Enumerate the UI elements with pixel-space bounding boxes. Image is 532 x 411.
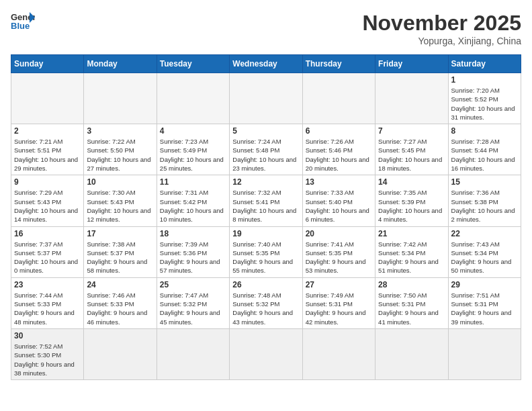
- calendar-week: 23Sunrise: 7:44 AMSunset: 5:33 PMDayligh…: [11, 277, 521, 328]
- day-30: 30Sunrise: 7:52 AMSunset: 5:30 PMDayligh…: [11, 328, 84, 379]
- empty-cell: [84, 73, 157, 124]
- day-info-12: Sunrise: 7:32 AMSunset: 5:41 PMDaylight:…: [232, 188, 299, 224]
- title-block: November 2025 Yopurga, Xinjiang, China: [362, 11, 521, 46]
- day-16: 16Sunrise: 7:37 AMSunset: 5:37 PMDayligh…: [11, 226, 84, 277]
- empty-cell: [230, 328, 302, 379]
- day-number-30: 30: [14, 331, 81, 340]
- day-info-30: Sunrise: 7:52 AMSunset: 5:30 PMDaylight:…: [14, 342, 81, 377]
- day-number-23: 23: [14, 280, 81, 289]
- day-29: 29Sunrise: 7:51 AMSunset: 5:31 PMDayligh…: [448, 277, 521, 328]
- logo: General Blue: [11, 11, 35, 31]
- day-info-4: Sunrise: 7:23 AMSunset: 5:49 PMDaylight:…: [160, 137, 226, 173]
- day-number-1: 1: [451, 75, 518, 85]
- calendar-week: 9Sunrise: 7:29 AMSunset: 5:43 PMDaylight…: [11, 175, 521, 226]
- day-info-22: Sunrise: 7:43 AMSunset: 5:34 PMDaylight:…: [451, 240, 518, 275]
- day-number-20: 20: [306, 229, 372, 238]
- day-6: 6Sunrise: 7:26 AMSunset: 5:46 PMDaylight…: [302, 124, 375, 175]
- day-info-7: Sunrise: 7:27 AMSunset: 5:45 PMDaylight:…: [378, 137, 445, 173]
- day-number-13: 13: [306, 177, 372, 187]
- empty-cell: [448, 328, 521, 379]
- day-22: 22Sunrise: 7:43 AMSunset: 5:34 PMDayligh…: [448, 226, 521, 277]
- calendar-week: 16Sunrise: 7:37 AMSunset: 5:37 PMDayligh…: [11, 226, 521, 277]
- empty-cell: [230, 73, 302, 124]
- day-number-26: 26: [232, 280, 299, 289]
- empty-cell: [375, 73, 448, 124]
- day-number-16: 16: [14, 229, 81, 238]
- day-number-6: 6: [306, 126, 372, 136]
- day-number-15: 15: [451, 177, 518, 187]
- day-20: 20Sunrise: 7:41 AMSunset: 5:35 PMDayligh…: [302, 226, 375, 277]
- day-number-21: 21: [378, 229, 445, 238]
- day-number-24: 24: [87, 280, 153, 289]
- day-info-25: Sunrise: 7:47 AMSunset: 5:32 PMDaylight:…: [160, 291, 226, 326]
- empty-cell: [157, 73, 229, 124]
- day-11: 11Sunrise: 7:31 AMSunset: 5:42 PMDayligh…: [157, 175, 229, 226]
- col-wednesday: Wednesday: [230, 55, 302, 73]
- day-info-5: Sunrise: 7:24 AMSunset: 5:48 PMDaylight:…: [232, 137, 299, 173]
- day-info-6: Sunrise: 7:26 AMSunset: 5:46 PMDaylight:…: [306, 137, 372, 173]
- day-number-5: 5: [232, 126, 299, 136]
- day-number-14: 14: [378, 177, 445, 187]
- day-9: 9Sunrise: 7:29 AMSunset: 5:43 PMDaylight…: [11, 175, 84, 226]
- day-number-18: 18: [160, 229, 226, 238]
- day-info-14: Sunrise: 7:35 AMSunset: 5:39 PMDaylight:…: [378, 188, 445, 224]
- day-25: 25Sunrise: 7:47 AMSunset: 5:32 PMDayligh…: [157, 277, 229, 328]
- day-number-12: 12: [232, 177, 299, 187]
- day-number-3: 3: [87, 126, 153, 136]
- calendar-table: Sunday Monday Tuesday Wednesday Thursday…: [11, 54, 521, 380]
- day-number-2: 2: [14, 126, 81, 136]
- day-7: 7Sunrise: 7:27 AMSunset: 5:45 PMDaylight…: [375, 124, 448, 175]
- month-title: November 2025: [362, 11, 521, 36]
- day-info-9: Sunrise: 7:29 AMSunset: 5:43 PMDaylight:…: [14, 188, 81, 224]
- col-tuesday: Tuesday: [157, 55, 229, 73]
- empty-cell: [302, 328, 375, 379]
- day-number-17: 17: [87, 229, 153, 238]
- empty-cell: [84, 328, 157, 379]
- day-info-18: Sunrise: 7:39 AMSunset: 5:36 PMDaylight:…: [160, 240, 226, 275]
- day-8: 8Sunrise: 7:28 AMSunset: 5:44 PMDaylight…: [448, 124, 521, 175]
- day-12: 12Sunrise: 7:32 AMSunset: 5:41 PMDayligh…: [230, 175, 302, 226]
- day-27: 27Sunrise: 7:49 AMSunset: 5:31 PMDayligh…: [302, 277, 375, 328]
- day-number-10: 10: [87, 177, 153, 187]
- day-24: 24Sunrise: 7:46 AMSunset: 5:33 PMDayligh…: [84, 277, 157, 328]
- day-number-29: 29: [451, 280, 518, 289]
- col-friday: Friday: [375, 55, 448, 73]
- page-header: General Blue November 2025 Yopurga, Xinj…: [11, 11, 521, 46]
- svg-text:Blue: Blue: [11, 21, 30, 31]
- empty-cell: [375, 328, 448, 379]
- day-info-11: Sunrise: 7:31 AMSunset: 5:42 PMDaylight:…: [160, 188, 226, 224]
- day-14: 14Sunrise: 7:35 AMSunset: 5:39 PMDayligh…: [375, 175, 448, 226]
- day-21: 21Sunrise: 7:42 AMSunset: 5:34 PMDayligh…: [375, 226, 448, 277]
- day-number-28: 28: [378, 280, 445, 289]
- day-info-28: Sunrise: 7:50 AMSunset: 5:31 PMDaylight:…: [378, 291, 445, 326]
- day-info-27: Sunrise: 7:49 AMSunset: 5:31 PMDaylight:…: [306, 291, 372, 326]
- day-info-20: Sunrise: 7:41 AMSunset: 5:35 PMDaylight:…: [306, 240, 372, 275]
- day-info-24: Sunrise: 7:46 AMSunset: 5:33 PMDaylight:…: [87, 291, 153, 326]
- empty-cell: [302, 73, 375, 124]
- day-1: 1Sunrise: 7:20 AMSunset: 5:52 PMDaylight…: [448, 73, 521, 124]
- day-info-17: Sunrise: 7:38 AMSunset: 5:37 PMDaylight:…: [87, 240, 153, 275]
- day-info-2: Sunrise: 7:21 AMSunset: 5:51 PMDaylight:…: [14, 137, 81, 173]
- day-info-8: Sunrise: 7:28 AMSunset: 5:44 PMDaylight:…: [451, 137, 518, 173]
- day-number-11: 11: [160, 177, 226, 187]
- day-18: 18Sunrise: 7:39 AMSunset: 5:36 PMDayligh…: [157, 226, 229, 277]
- day-28: 28Sunrise: 7:50 AMSunset: 5:31 PMDayligh…: [375, 277, 448, 328]
- day-info-26: Sunrise: 7:48 AMSunset: 5:32 PMDaylight:…: [232, 291, 299, 326]
- day-number-27: 27: [306, 280, 372, 289]
- day-info-1: Sunrise: 7:20 AMSunset: 5:52 PMDaylight:…: [451, 86, 518, 122]
- day-17: 17Sunrise: 7:38 AMSunset: 5:37 PMDayligh…: [84, 226, 157, 277]
- day-number-25: 25: [160, 280, 226, 289]
- logo-icon: General Blue: [11, 11, 35, 31]
- calendar-week: 30Sunrise: 7:52 AMSunset: 5:30 PMDayligh…: [11, 328, 521, 379]
- empty-cell: [11, 73, 84, 124]
- calendar-week-1: 1Sunrise: 7:20 AMSunset: 5:52 PMDaylight…: [11, 73, 521, 124]
- day-13: 13Sunrise: 7:33 AMSunset: 5:40 PMDayligh…: [302, 175, 375, 226]
- col-monday: Monday: [84, 55, 157, 73]
- day-number-7: 7: [378, 126, 445, 136]
- day-26: 26Sunrise: 7:48 AMSunset: 5:32 PMDayligh…: [230, 277, 302, 328]
- day-3: 3Sunrise: 7:22 AMSunset: 5:50 PMDaylight…: [84, 124, 157, 175]
- col-sunday: Sunday: [11, 55, 84, 73]
- day-4: 4Sunrise: 7:23 AMSunset: 5:49 PMDaylight…: [157, 124, 229, 175]
- col-thursday: Thursday: [302, 55, 375, 73]
- day-info-21: Sunrise: 7:42 AMSunset: 5:34 PMDaylight:…: [378, 240, 445, 275]
